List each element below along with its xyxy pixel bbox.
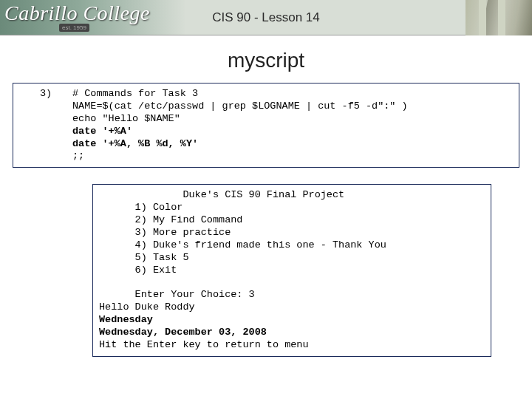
- menu-item: 1) Color: [99, 202, 183, 213]
- code-line: NAME=$(cat /etc/passwd | grep $LOGNAME |…: [72, 100, 408, 112]
- menu-item: 3) More practice: [99, 227, 231, 238]
- code-line-bold: date '+%A': [72, 126, 132, 137]
- course-title: CIS 90 - Lesson 14: [0, 10, 532, 25]
- menu-title: Duke's CIS 90 Final Project: [99, 189, 344, 200]
- output-line: Hello Duke Roddy: [99, 301, 195, 313]
- menu-item: 5) Task 5: [99, 252, 189, 263]
- header-bar: Cabrillo College est. 1959 CIS 90 - Less…: [0, 0, 532, 35]
- code-line-bold: date '+%A, %B %d, %Y': [72, 138, 198, 149]
- output-line-bold: Wednesday: [99, 314, 153, 325]
- page-title: myscript: [0, 49, 532, 72]
- case-label: 3): [19, 88, 72, 100]
- menu-item: 2) My Find Command: [99, 214, 242, 225]
- menu-item: 6) Exit: [99, 265, 177, 276]
- code-line: echo "Hello $NAME": [72, 113, 180, 124]
- header-photo: [466, 0, 532, 35]
- output-line: Hit the Enter key to return to menu: [99, 339, 309, 350]
- code-box-script: 3)# Commands for Task 3 NAME=$(cat /etc/…: [13, 83, 519, 168]
- code-line: # Commands for Task 3: [72, 88, 198, 99]
- code-line: ;;: [72, 150, 84, 161]
- output-line-bold: Wednesday, December 03, 2008: [99, 327, 267, 338]
- code-box-output: Duke's CIS 90 Final Project 1) Color 2) …: [92, 184, 491, 356]
- prompt-line: Enter Your Choice: 3: [99, 289, 255, 300]
- menu-item: 4) Duke's friend made this one - Thank Y…: [99, 239, 386, 250]
- code-lines: # Commands for Task 3 NAME=$(cat /etc/pa…: [72, 88, 408, 163]
